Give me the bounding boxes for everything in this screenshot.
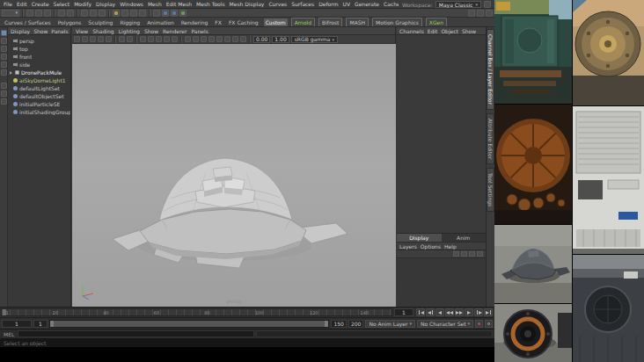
- shelf-tab-motion-graphics[interactable]: Motion Graphics: [372, 18, 422, 27]
- menu-edit-mesh[interactable]: Edit Mesh: [165, 1, 193, 7]
- play-backwards-button[interactable]: [445, 308, 454, 316]
- 2d-pan-zoom-icon[interactable]: [119, 36, 125, 42]
- range-slider-bar[interactable]: [49, 320, 329, 328]
- reference-photo-rusted-dome-fan[interactable]: [494, 105, 572, 224]
- outliner-item-front[interactable]: front: [8, 53, 70, 61]
- menu-set-dropdown[interactable]: [2, 10, 19, 17]
- shelf-tab-sculpting[interactable]: Sculpting: [86, 18, 114, 26]
- sidebar-toggle-modeling-toolkit-icon[interactable]: [468, 10, 475, 17]
- expand-caret-icon[interactable]: [10, 71, 12, 75]
- menu-mesh[interactable]: Mesh: [147, 1, 163, 7]
- current-frame-field[interactable]: 1: [394, 308, 413, 316]
- viewport-canvas[interactable]: persp: [72, 44, 396, 307]
- menu-curves[interactable]: Curves: [267, 1, 288, 7]
- shelf-tab-custom[interactable]: Custom: [264, 18, 288, 26]
- menu-create[interactable]: Create: [31, 1, 50, 7]
- layer-menu-options[interactable]: Options: [421, 243, 441, 250]
- workspace-settings-icon[interactable]: [484, 1, 491, 8]
- channel-box-menu-show[interactable]: Show: [462, 28, 476, 34]
- step-forward-frame-button[interactable]: [474, 308, 483, 316]
- sidebar-tab-attribute-editor[interactable]: Attribute Editor: [487, 113, 494, 164]
- new-empty-layer-icon[interactable]: [469, 251, 475, 257]
- menu-generate[interactable]: Generate: [354, 1, 380, 7]
- layer-tab-display[interactable]: Display: [397, 234, 442, 242]
- safe-title-icon[interactable]: [172, 36, 178, 42]
- menu-file[interactable]: File: [3, 1, 13, 7]
- outliner-item-defaultlightset[interactable]: defaultLightSet: [8, 84, 70, 92]
- gate-mask-icon[interactable]: [156, 36, 162, 42]
- channel-box-menu-channels[interactable]: Channels: [399, 28, 424, 34]
- play-forward-button[interactable]: [455, 308, 464, 316]
- range-start-handle[interactable]: [50, 321, 54, 327]
- select-hierarchy-icon[interactable]: [81, 10, 88, 17]
- sidebar-toggle-channel-box-icon[interactable]: [486, 10, 493, 17]
- new-layer-from-selected-icon[interactable]: [477, 251, 483, 257]
- layout-four-pane-icon[interactable]: [1, 90, 7, 97]
- range-end-handle[interactable]: [325, 321, 328, 327]
- anti-aliasing-icon[interactable]: [240, 36, 246, 42]
- layer-menu-help[interactable]: Help: [444, 243, 457, 250]
- select-tool-icon[interactable]: [1, 30, 7, 36]
- wireframe-mode-icon[interactable]: [185, 36, 191, 42]
- bookmarks-icon[interactable]: [98, 36, 104, 42]
- playback-range[interactable]: [50, 321, 328, 327]
- sidebar-tab-tool-settings[interactable]: Tool Settings: [487, 168, 494, 212]
- reference-photo-drone-pod-on-ground[interactable]: [494, 225, 572, 303]
- viewport-menu-view[interactable]: View: [76, 28, 88, 34]
- menu-select[interactable]: Select: [53, 1, 71, 7]
- outliner-menu-display[interactable]: Display: [11, 28, 30, 34]
- move-tool-icon[interactable]: [1, 54, 7, 60]
- reference-photo-container-machinery[interactable]: [573, 255, 644, 362]
- view-transform-dropdown[interactable]: sRGB gamma: [291, 36, 338, 43]
- shelf-tab-xgen[interactable]: XGen: [426, 18, 447, 27]
- render-settings-icon[interactable]: [179, 10, 187, 17]
- open-scene-icon[interactable]: [35, 10, 42, 17]
- viewport-menu-shading[interactable]: Shading: [92, 28, 113, 34]
- snap-grid-icon[interactable]: [113, 10, 120, 17]
- move-layer-up-icon[interactable]: [453, 251, 459, 257]
- go-to-start-button[interactable]: [416, 308, 425, 316]
- lighting-icon[interactable]: [209, 36, 215, 42]
- lock-camera-icon[interactable]: [82, 36, 88, 42]
- drone-pack-model[interactable]: [72, 44, 396, 307]
- reference-photo-coil-motor-part[interactable]: [494, 304, 572, 362]
- film-gate-icon[interactable]: [140, 36, 146, 42]
- shelf-tab-animation[interactable]: Animation: [145, 18, 176, 26]
- shaded-mode-icon[interactable]: [193, 36, 199, 42]
- shelf-tab-arnold[interactable]: Arnold: [291, 18, 315, 27]
- step-back-frame-button[interactable]: [426, 308, 435, 316]
- safe-action-icon[interactable]: [164, 36, 170, 42]
- outliner-menu-panels[interactable]: Panels: [51, 28, 68, 34]
- menu-mesh-display[interactable]: Mesh Display: [229, 1, 266, 7]
- snap-curve-icon[interactable]: [121, 10, 128, 17]
- rotate-tool-icon[interactable]: [1, 62, 7, 68]
- outliner-item-side[interactable]: side: [8, 61, 70, 69]
- reference-photo-industrial-machinery[interactable]: [494, 0, 572, 104]
- shelf-tab-curves-surfaces[interactable]: Curves / Surfaces: [3, 18, 53, 26]
- snap-plane-icon[interactable]: [139, 10, 146, 17]
- construction-history-icon[interactable]: [153, 10, 160, 17]
- layout-two-pane-icon[interactable]: [1, 98, 7, 105]
- menu-edit[interactable]: Edit: [16, 1, 28, 7]
- outliner-item-top[interactable]: top: [8, 45, 70, 53]
- shelf-tab-rendering[interactable]: Rendering: [179, 18, 210, 26]
- outliner-item-initialshadinggroup[interactable]: initialShadingGroup: [8, 108, 70, 116]
- menu-uv[interactable]: UV: [342, 1, 352, 7]
- outliner-item-skydomelight[interactable]: aiSkyDomeLight1: [8, 76, 70, 84]
- paint-select-tool-icon[interactable]: [1, 46, 7, 52]
- grease-pencil-icon[interactable]: [127, 36, 133, 42]
- character-set-dropdown[interactable]: No Character Set: [417, 320, 473, 328]
- snap-point-icon[interactable]: [130, 10, 137, 17]
- layer-menu-layers[interactable]: Layers: [399, 243, 417, 250]
- save-scene-icon[interactable]: [44, 10, 51, 17]
- layout-single-pane-icon[interactable]: [1, 83, 7, 89]
- step-forward-key-button[interactable]: [465, 308, 473, 316]
- channel-box-menu-object[interactable]: Object: [441, 28, 458, 34]
- animation-end-field[interactable]: 200: [348, 320, 363, 328]
- image-plane-icon[interactable]: [106, 36, 112, 42]
- move-layer-down-icon[interactable]: [461, 251, 467, 257]
- step-back-key-button[interactable]: [435, 308, 444, 316]
- menu-deform[interactable]: Deform: [318, 1, 339, 7]
- shelf-tab-polygons[interactable]: Polygons: [56, 18, 84, 26]
- exposure-field[interactable]: 0.00: [253, 36, 270, 43]
